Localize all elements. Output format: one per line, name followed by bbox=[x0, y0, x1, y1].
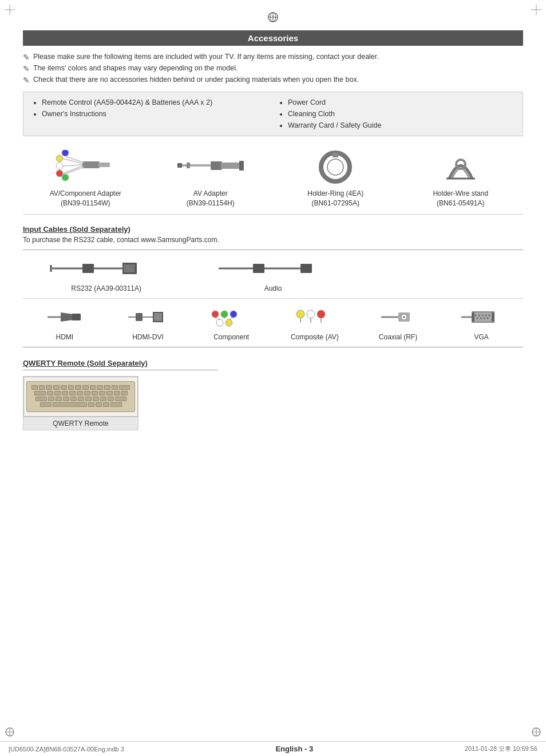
key bbox=[78, 397, 84, 401]
cable-rs232: RS232 (AA39-00311A) bbox=[23, 256, 189, 292]
key bbox=[108, 397, 114, 401]
corner-decoration-bl bbox=[5, 727, 15, 739]
composite-img bbox=[273, 304, 357, 330]
keyboard-graphic bbox=[26, 381, 135, 412]
input-cables-heading: Input Cables (Sold Separately) bbox=[23, 225, 523, 233]
qwerty-remote-image bbox=[23, 377, 138, 417]
cable-audio: Audio bbox=[189, 256, 356, 292]
svg-rect-8 bbox=[82, 161, 100, 168]
svg-point-79 bbox=[487, 318, 489, 319]
note-icon-3: ✎ bbox=[23, 76, 30, 85]
key bbox=[84, 391, 90, 395]
svg-line-13 bbox=[63, 165, 82, 166]
svg-point-60 bbox=[317, 310, 325, 318]
svg-point-72 bbox=[478, 315, 480, 316]
accessory-av: AV Adapter (BN39-01154H) bbox=[148, 145, 274, 208]
accessory-av-component: AV/Component Adapter (BN39-01154W) bbox=[23, 145, 148, 208]
svg-rect-21 bbox=[211, 161, 222, 170]
key bbox=[119, 385, 130, 390]
svg-rect-49 bbox=[154, 313, 162, 321]
svg-line-15 bbox=[63, 166, 82, 173]
key bbox=[88, 402, 94, 407]
svg-point-59 bbox=[307, 310, 315, 318]
note-icon-1: ✎ bbox=[23, 53, 30, 62]
svg-rect-22 bbox=[221, 163, 241, 169]
svg-rect-32 bbox=[82, 264, 94, 273]
key bbox=[77, 391, 83, 395]
vga-img bbox=[440, 304, 523, 330]
key bbox=[53, 385, 60, 390]
svg-point-73 bbox=[482, 315, 484, 316]
section-title: Accessories bbox=[23, 30, 523, 46]
key bbox=[56, 397, 62, 401]
cables-section: RS232 (AA39-00311A) Audio bbox=[23, 250, 523, 347]
cable-composite: Composite (AV) bbox=[273, 304, 357, 341]
cable-hdmi-dvi: HDMI-DVI bbox=[106, 304, 190, 341]
key bbox=[68, 385, 74, 390]
svg-point-50 bbox=[212, 311, 219, 318]
hdmi-img bbox=[23, 304, 106, 330]
key bbox=[100, 397, 106, 401]
svg-point-52 bbox=[230, 311, 237, 318]
svg-rect-46 bbox=[136, 313, 143, 321]
coaxial-img bbox=[357, 304, 440, 330]
hdmi-dvi-name: HDMI-DVI bbox=[106, 333, 190, 341]
svg-point-10 bbox=[56, 155, 63, 162]
av-img bbox=[148, 145, 274, 185]
svg-point-53 bbox=[216, 319, 223, 326]
key bbox=[34, 391, 46, 395]
cable-vga: VGA bbox=[440, 304, 523, 341]
key bbox=[69, 391, 76, 395]
key bbox=[82, 385, 89, 390]
footer-center: English - 3 bbox=[275, 745, 313, 753]
coaxial-name: Coaxial (RF) bbox=[357, 333, 440, 341]
svg-point-16 bbox=[62, 150, 69, 156]
svg-rect-24 bbox=[177, 163, 182, 168]
rs232-img bbox=[23, 256, 189, 282]
svg-point-78 bbox=[484, 318, 485, 319]
top-decoration bbox=[23, 11, 523, 25]
key bbox=[99, 391, 105, 395]
key bbox=[70, 397, 77, 401]
svg-rect-39 bbox=[253, 264, 264, 273]
key bbox=[48, 397, 54, 401]
corner-decoration-br bbox=[531, 727, 541, 739]
svg-rect-9 bbox=[98, 163, 110, 167]
key bbox=[93, 397, 99, 401]
holder-ring-img bbox=[273, 145, 398, 185]
key bbox=[47, 391, 53, 395]
holder-wire-img bbox=[398, 145, 524, 185]
accessory-holder-ring: Holder-Ring (4EA) (BN61-07295A) bbox=[273, 145, 398, 208]
svg-rect-41 bbox=[300, 264, 312, 273]
cable-hdmi: HDMI bbox=[23, 304, 106, 341]
svg-point-71 bbox=[475, 315, 477, 316]
svg-point-77 bbox=[480, 318, 482, 319]
key bbox=[31, 385, 38, 390]
key bbox=[54, 391, 61, 395]
cable-component: Component bbox=[189, 304, 273, 341]
hdmi-dvi-img bbox=[106, 304, 190, 330]
key bbox=[121, 391, 128, 395]
vga-name: VGA bbox=[440, 333, 523, 341]
svg-rect-80 bbox=[472, 312, 474, 322]
svg-point-67 bbox=[403, 316, 405, 318]
svg-line-55 bbox=[215, 318, 220, 319]
audio-img bbox=[189, 256, 356, 282]
hdmi-name: HDMI bbox=[23, 333, 106, 341]
composite-name: Composite (AV) bbox=[273, 333, 357, 341]
key bbox=[85, 397, 92, 401]
key-spacebar bbox=[53, 402, 87, 407]
av-component-img bbox=[23, 145, 148, 185]
svg-point-27 bbox=[327, 159, 343, 175]
holder-wire-name: Holder-Wire stand (BN61-05491A) bbox=[398, 189, 524, 208]
input-cables-note: To purchase the RS232 cable, contact www… bbox=[23, 236, 523, 244]
svg-point-76 bbox=[477, 318, 478, 319]
page: Accessories ✎ Please make sure the follo… bbox=[0, 0, 546, 756]
svg-rect-70 bbox=[473, 312, 493, 322]
corner-decoration-tl bbox=[5, 5, 15, 17]
accessories-images-row: AV/Component Adapter (BN39-01154W) bbox=[23, 145, 523, 215]
svg-rect-28 bbox=[333, 153, 338, 157]
key bbox=[103, 402, 109, 407]
key bbox=[61, 385, 67, 390]
component-img bbox=[189, 304, 273, 330]
